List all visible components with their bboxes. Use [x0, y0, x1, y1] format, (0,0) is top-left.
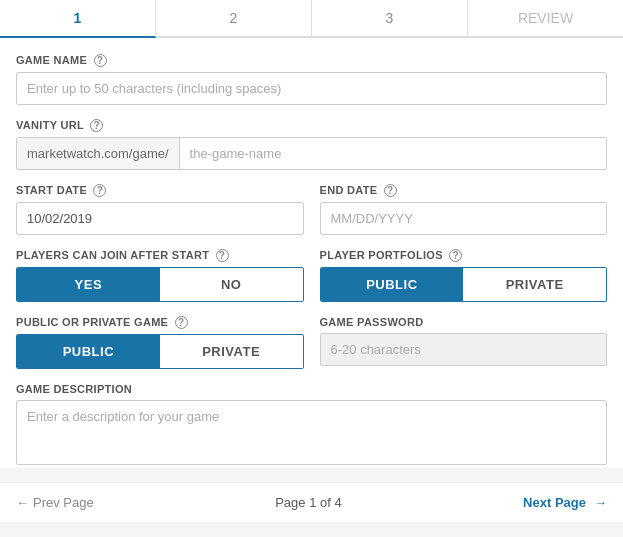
game-password-group: GAME PASSWORD	[320, 316, 608, 369]
vanity-url-help-icon[interactable]: ?	[90, 119, 103, 132]
vanity-url-row: marketwatch.com/game/	[16, 137, 607, 170]
prev-page-button: Prev Page	[16, 495, 94, 510]
form-content: GAME NAME ? VANITY URL ? marketwatch.com…	[0, 38, 623, 468]
page-footer: Prev Page Page 1 of 4 Next Page	[0, 482, 623, 522]
toggle-row-1: PLAYERS CAN JOIN AFTER START ? YES NO PL…	[16, 249, 607, 302]
player-portfolios-group: PLAYER PORTFOLIOS ? PUBLIC PRIVATE	[320, 249, 608, 302]
public-private-label: PUBLIC OR PRIVATE GAME ?	[16, 316, 304, 329]
player-portfolios-help-icon[interactable]: ?	[449, 249, 462, 262]
tab-bar: 1 2 3 REVIEW	[0, 0, 623, 38]
players-join-help-icon[interactable]: ?	[216, 249, 229, 262]
start-date-group: START DATE ?	[16, 184, 304, 235]
players-join-yes-button[interactable]: YES	[17, 268, 160, 301]
game-name-help-icon[interactable]: ?	[94, 54, 107, 67]
game-public-button[interactable]: PUBLIC	[17, 335, 160, 368]
game-password-label: GAME PASSWORD	[320, 316, 608, 328]
vanity-url-group: VANITY URL ? marketwatch.com/game/	[16, 119, 607, 170]
game-password-input	[320, 333, 608, 366]
players-join-group: PLAYERS CAN JOIN AFTER START ? YES NO	[16, 249, 304, 302]
game-private-button[interactable]: PRIVATE	[160, 335, 303, 368]
start-date-label: START DATE ?	[16, 184, 304, 197]
page-indicator: Page 1 of 4	[275, 495, 342, 510]
public-private-help-icon[interactable]: ?	[175, 316, 188, 329]
game-description-input[interactable]	[16, 400, 607, 465]
start-date-input[interactable]	[16, 202, 304, 235]
players-join-toggle: YES NO	[16, 267, 304, 302]
vanity-prefix: marketwatch.com/game/	[17, 138, 180, 169]
end-date-label: END DATE ?	[320, 184, 608, 197]
public-private-toggle: PUBLIC PRIVATE	[16, 334, 304, 369]
prev-arrow-icon	[16, 495, 29, 510]
next-page-button[interactable]: Next Page	[523, 495, 607, 510]
public-private-group: PUBLIC OR PRIVATE GAME ? PUBLIC PRIVATE	[16, 316, 304, 369]
player-portfolios-label: PLAYER PORTFOLIOS ?	[320, 249, 608, 262]
players-join-no-button[interactable]: NO	[160, 268, 303, 301]
tab-1[interactable]: 1	[0, 0, 156, 38]
tab-review: REVIEW	[468, 0, 623, 36]
tab-3[interactable]: 3	[312, 0, 468, 36]
game-name-group: GAME NAME ?	[16, 54, 607, 105]
end-date-input[interactable]	[320, 202, 608, 235]
tab-2[interactable]: 2	[156, 0, 312, 36]
game-name-input[interactable]	[16, 72, 607, 105]
game-description-group: GAME DESCRIPTION	[16, 383, 607, 468]
game-description-label: GAME DESCRIPTION	[16, 383, 607, 395]
toggle-row-2: PUBLIC OR PRIVATE GAME ? PUBLIC PRIVATE …	[16, 316, 607, 369]
start-date-help-icon[interactable]: ?	[93, 184, 106, 197]
player-portfolios-public-button[interactable]: PUBLIC	[321, 268, 464, 301]
player-portfolios-toggle: PUBLIC PRIVATE	[320, 267, 608, 302]
vanity-url-input[interactable]	[180, 138, 606, 169]
date-row: START DATE ? END DATE ?	[16, 184, 607, 249]
vanity-url-label: VANITY URL ?	[16, 119, 607, 132]
players-join-label: PLAYERS CAN JOIN AFTER START ?	[16, 249, 304, 262]
game-name-label: GAME NAME ?	[16, 54, 607, 67]
next-arrow-icon	[590, 495, 607, 510]
player-portfolios-private-button[interactable]: PRIVATE	[463, 268, 606, 301]
end-date-help-icon[interactable]: ?	[384, 184, 397, 197]
end-date-group: END DATE ?	[320, 184, 608, 235]
